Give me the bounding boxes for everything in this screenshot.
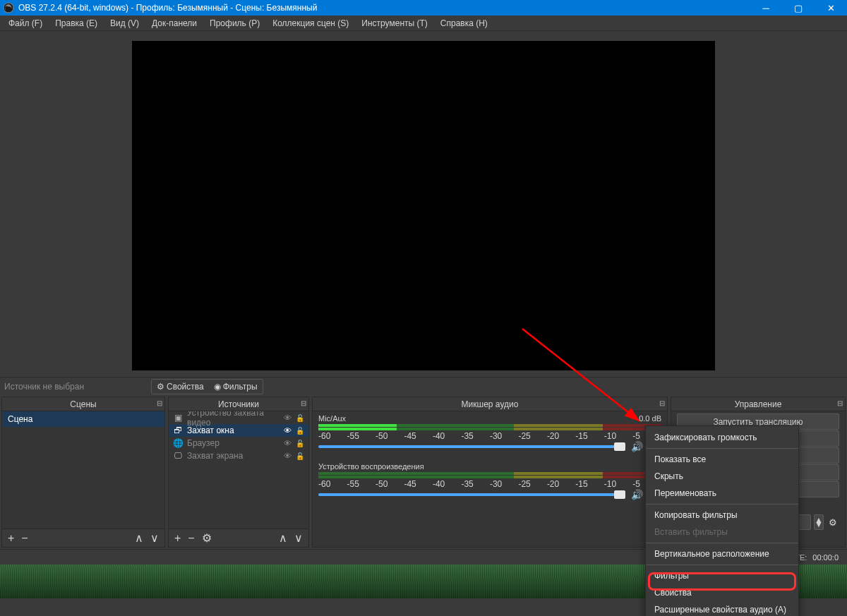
source-item[interactable]: 🌐Браузер👁🔓 [169, 437, 308, 449]
live-time: 00:00:0 [812, 553, 839, 562]
popout-icon[interactable]: ⊟ [301, 399, 306, 407]
menubar: Файл (F) Правка (E) Вид (V) Док-панели П… [0, 16, 847, 31]
lock-icon[interactable]: 🔓 [296, 414, 304, 422]
ctx-copy-filters[interactable]: Копировать фильтры [646, 507, 798, 524]
menu-help[interactable]: Справка (H) [435, 17, 493, 30]
menu-file[interactable]: Файл (F) [3, 17, 48, 30]
ctx-paste-filters: Вставить фильтры [646, 524, 798, 540]
filters-button[interactable]: ◉ Фильтры [210, 380, 262, 393]
speaker-icon[interactable]: 🔊 [631, 489, 643, 500]
mixer-header: Микшер аудио [462, 399, 519, 409]
remove-source-button[interactable]: − [188, 532, 194, 545]
scene-up-button[interactable]: ∧ [135, 531, 143, 545]
spinner-arrows[interactable]: ▲▼ [814, 514, 824, 530]
menu-docks[interactable]: Док-панели [146, 17, 203, 30]
source-toolbar: Источник не выбран ⚙ Свойства ◉ Фильтры [0, 377, 847, 395]
source-name: Браузер [187, 438, 280, 448]
ctx-properties[interactable]: Свойства [646, 584, 798, 601]
mixer-channel-mic: Mic/Aux 0.0 dB -60-55-50-45-40-35-30-25-… [313, 411, 667, 459]
window-title: OBS 27.2.4 (64-bit, windows) - Профиль: … [18, 3, 317, 13]
obs-icon [3, 2, 14, 13]
titlebar: OBS 27.2.4 (64-bit, windows) - Профиль: … [0, 0, 847, 16]
speaker-icon[interactable]: 🔊 [631, 441, 643, 452]
visibility-icon[interactable]: 👁 [284, 452, 292, 460]
properties-button[interactable]: ⚙ Свойства [152, 380, 208, 393]
ctx-rename[interactable]: Переименовать [646, 485, 798, 502]
menu-scene-collection[interactable]: Коллекция сцен (S) [267, 17, 354, 30]
popout-icon[interactable]: ⊟ [837, 399, 843, 407]
source-item[interactable]: ▣Устройство захвата видео👁🔓 [169, 411, 308, 424]
menu-edit[interactable]: Правка (E) [49, 17, 103, 30]
controls-header: Управление [735, 399, 782, 409]
ctx-hide[interactable]: Скрыть [646, 468, 798, 485]
source-type-icon: 🌐 [173, 438, 183, 448]
scene-item[interactable]: Сцена [2, 411, 164, 427]
gear-icon: ⚙ [157, 382, 164, 392]
scene-down-button[interactable]: ∨ [150, 531, 159, 545]
sources-panel: Источники ⊟ ▣Устройство захвата видео👁🔓🗗… [168, 397, 309, 548]
source-item[interactable]: 🖵Захват экрана👁🔓 [169, 449, 308, 462]
ctx-filters[interactable]: Фильтры [646, 567, 798, 584]
lock-icon[interactable]: 🔓 [296, 440, 304, 447]
add-source-button[interactable]: + [174, 532, 181, 545]
ctx-advanced-audio[interactable]: Расширенные свойства аудио (A) [646, 601, 798, 616]
ctx-lock-volume[interactable]: Зафиксировать громкость [646, 429, 798, 446]
scenes-header: Сцены [70, 399, 96, 409]
source-type-icon: 🗗 [173, 425, 183, 435]
transition-gear-icon[interactable]: ⚙ [827, 517, 839, 528]
popout-icon[interactable]: ⊟ [157, 399, 162, 407]
preview-area [0, 31, 847, 377]
add-scene-button[interactable]: + [8, 532, 14, 545]
lock-icon[interactable]: 🔓 [296, 427, 304, 435]
source-item[interactable]: 🗗Захват окна👁🔓 [169, 424, 308, 437]
source-down-button[interactable]: ∨ [294, 531, 303, 545]
visibility-icon[interactable]: 👁 [284, 426, 292, 435]
popout-icon[interactable]: ⊟ [659, 399, 665, 407]
menu-tools[interactable]: Инструменты (T) [356, 17, 433, 30]
source-name: Захват экрана [187, 451, 280, 461]
source-props-button[interactable]: ⚙ [202, 531, 212, 545]
remove-scene-button[interactable]: − [21, 532, 28, 545]
preview-canvas[interactable] [132, 41, 715, 370]
mixer-panel: Микшер аудио ⊟ Mic/Aux 0.0 dB -60-55-50-… [312, 397, 668, 548]
source-type-icon: ▣ [173, 413, 183, 423]
sources-header: Источники [218, 399, 259, 409]
source-name: Захват окна [187, 425, 280, 435]
context-menu: Зафиксировать громкость Показать все Скр… [645, 425, 799, 616]
ctx-show-all[interactable]: Показать все [646, 451, 798, 468]
menu-view[interactable]: Вид (V) [104, 17, 145, 30]
minimize-button[interactable]: ─ [750, 0, 782, 16]
mixer-channel-desktop: Устройство воспроизведения 0.0 -60-55-50… [313, 459, 667, 507]
no-source-label: Источник не выбран [4, 382, 145, 392]
ctx-vertical-layout[interactable]: Вертикальное расположение [646, 545, 798, 562]
source-up-button[interactable]: ∧ [279, 531, 287, 545]
volume-slider[interactable] [318, 493, 625, 496]
close-button[interactable]: ✕ [815, 0, 847, 16]
source-type-icon: 🖵 [173, 451, 183, 461]
visibility-icon[interactable]: 👁 [284, 439, 292, 447]
filter-icon: ◉ [214, 382, 221, 392]
menu-profile[interactable]: Профиль (P) [204, 17, 265, 30]
maximize-button[interactable]: ▢ [782, 0, 815, 16]
volume-slider[interactable] [318, 445, 625, 448]
lock-icon[interactable]: 🔓 [296, 452, 304, 460]
visibility-icon[interactable]: 👁 [284, 413, 292, 422]
scenes-panel: Сцены ⊟ Сцена + − ∧ ∨ [1, 397, 165, 548]
